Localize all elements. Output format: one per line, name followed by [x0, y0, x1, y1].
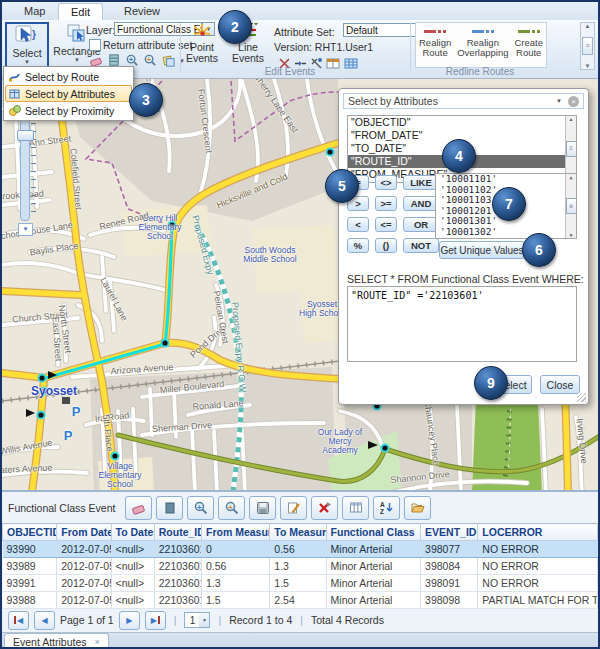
- table-cell: 22103601: [154, 558, 201, 575]
- map-label: Berry Hill Elementary School: [129, 214, 191, 241]
- next-page-button[interactable]: ▶: [119, 611, 140, 630]
- highlight-selection-icon: [162, 500, 178, 516]
- edit-records-button[interactable]: [280, 496, 307, 520]
- operator-button[interactable]: NOT: [403, 238, 439, 253]
- pan-to-selection-icon: +: [224, 500, 240, 516]
- sort-records-button[interactable]: AZ: [373, 496, 400, 520]
- edit-records-icon: [286, 500, 302, 516]
- operator-button[interactable]: (): [375, 238, 397, 253]
- map-label: P: [72, 404, 81, 419]
- callout-number: 7: [492, 187, 526, 221]
- selection-options-icon[interactable]: [161, 53, 176, 68]
- column-header[interactable]: From Measure: [201, 524, 269, 541]
- operator-button[interactable]: OR: [403, 217, 439, 232]
- group-divider: [410, 23, 411, 71]
- select-menu-item[interactable]: Select by Attributes: [5, 85, 132, 102]
- operator-button[interactable]: >=: [375, 196, 397, 211]
- pan-selection-icon[interactable]: +: [143, 53, 158, 68]
- table-cell: 93990: [3, 541, 57, 558]
- table-row[interactable]: 939882012-07-05<null>221036011.52.54Mino…: [3, 592, 598, 609]
- map-label: North Street: [57, 304, 74, 353]
- map-label: Proposed Expy: [190, 214, 215, 276]
- version-text: Version: RHT1.User1: [274, 41, 373, 53]
- value-list-scrollbar[interactable]: ▲≡▼: [565, 174, 576, 238]
- zoom-to-selection-button[interactable]: +: [187, 496, 214, 520]
- operator-button[interactable]: <=: [375, 217, 397, 232]
- chevron-down-icon[interactable]: ▼: [24, 59, 30, 65]
- page-select-dropdown[interactable]: 1▼: [184, 612, 210, 628]
- event-grid-icon[interactable]: [344, 56, 359, 69]
- where-clause-textarea[interactable]: "ROUTE_ID" ='22103601': [347, 286, 577, 362]
- column-header[interactable]: To Measure: [270, 524, 326, 541]
- event-attributes-tab[interactable]: Event Attributes ×: [4, 633, 109, 649]
- table-cell: Minor Arterial: [326, 558, 420, 575]
- save-edits-button[interactable]: [249, 496, 276, 520]
- highlight-selection-button[interactable]: [156, 496, 183, 520]
- resize-grip[interactable]: [577, 393, 586, 402]
- map-zoom-slider[interactable]: ▼: [16, 119, 38, 237]
- column-header[interactable]: Route_ID: [154, 524, 201, 541]
- close-button[interactable]: Close: [540, 375, 580, 394]
- value-list-item[interactable]: '10001101': [436, 174, 565, 185]
- column-header[interactable]: EVENT_ID: [421, 524, 478, 541]
- redline-route-button[interactable]: Realign Route: [419, 26, 451, 58]
- table-row[interactable]: 939892012-07-05<null>221036010.561.3Mino…: [3, 558, 598, 575]
- column-header[interactable]: From Date: [57, 524, 111, 541]
- select-menu-item[interactable]: Select by Route: [5, 68, 132, 85]
- last-page-button[interactable]: ▶: [145, 611, 166, 630]
- operator-button[interactable]: AND: [403, 196, 439, 211]
- first-page-button[interactable]: ◀: [8, 611, 29, 630]
- column-header[interactable]: Functional Class: [326, 524, 420, 541]
- map-label: Our Lady of Mercy Academy: [310, 428, 370, 455]
- field-list-item[interactable]: "OBJECTID": [348, 116, 565, 129]
- edit-events-group-label: Edit Events: [265, 66, 316, 77]
- return-attribute-set-label: Return attribute set: [103, 39, 192, 51]
- ribbon-scrollbar[interactable]: ▲ ≡ ▼: [580, 22, 595, 70]
- point-events-icon: [191, 22, 213, 42]
- tab-edit[interactable]: Edit: [58, 3, 103, 20]
- delete-records-button[interactable]: [311, 496, 338, 520]
- collapse-caret-icon[interactable]: ▼: [556, 98, 562, 104]
- tab-map[interactable]: Map: [12, 3, 57, 19]
- dialog-titlebar[interactable]: Select by Attributes ▼ ×: [343, 93, 584, 109]
- get-unique-values-button[interactable]: Get Unique Values: [439, 241, 525, 259]
- slider-handle[interactable]: [17, 130, 34, 141]
- table-cell: 2012-07-05: [57, 592, 111, 609]
- operator-button[interactable]: LIKE: [403, 175, 439, 190]
- redline-dash-icon: [472, 26, 494, 36]
- operator-button[interactable]: %: [347, 238, 369, 253]
- event-table-icon[interactable]: [326, 56, 341, 69]
- operator-button[interactable]: <>: [375, 175, 397, 190]
- point-events-button[interactable]: Point Events: [184, 22, 220, 64]
- zoom-out-icon[interactable]: ▼: [18, 223, 33, 236]
- redline-route-button[interactable]: Create Route: [514, 26, 543, 58]
- scroll-down-icon[interactable]: ▼: [585, 63, 591, 69]
- scroll-up-icon[interactable]: ▲: [585, 23, 591, 29]
- prev-page-button[interactable]: ◀: [34, 611, 55, 630]
- pan-to-selection-button[interactable]: +: [218, 496, 245, 520]
- map-label: East Street: [50, 316, 63, 361]
- close-tab-icon[interactable]: ×: [95, 637, 100, 647]
- column-header[interactable]: OBJECTID: [3, 524, 57, 541]
- column-header[interactable]: LOCERROR: [478, 524, 598, 541]
- select-menu-item[interactable]: Select by Proximity: [5, 102, 132, 119]
- redline-route-button[interactable]: Realign Overlapping: [457, 26, 508, 58]
- close-icon[interactable]: ×: [568, 96, 579, 107]
- tab-review[interactable]: Review: [112, 3, 172, 19]
- table-row[interactable]: 939902012-07-05<null>2210360100.56Minor …: [3, 541, 598, 558]
- operator-button[interactable]: <: [347, 217, 369, 232]
- column-visibility-button[interactable]: [342, 496, 369, 520]
- map-label: Ira Road: [94, 410, 129, 424]
- scrollbar-thumb[interactable]: ≡: [582, 37, 593, 55]
- attribute-table: OBJECTIDFrom DateTo DateRoute_IDFrom Mea…: [2, 523, 598, 609]
- column-header[interactable]: To Date: [111, 524, 154, 541]
- return-attribute-set-checkbox[interactable]: [89, 39, 101, 51]
- menu-item-icon: [8, 87, 21, 100]
- open-attribute-window-button[interactable]: [404, 496, 431, 520]
- table-cell: 398084: [421, 558, 478, 575]
- table-row[interactable]: 939912012-07-05<null>221036011.31.5Minor…: [3, 575, 598, 592]
- map-label: Renee Road: [98, 210, 149, 232]
- map-label: 5th Place: [101, 414, 115, 452]
- clear-selection-button[interactable]: [125, 496, 152, 520]
- chevron-down-icon[interactable]: ▼: [74, 57, 80, 63]
